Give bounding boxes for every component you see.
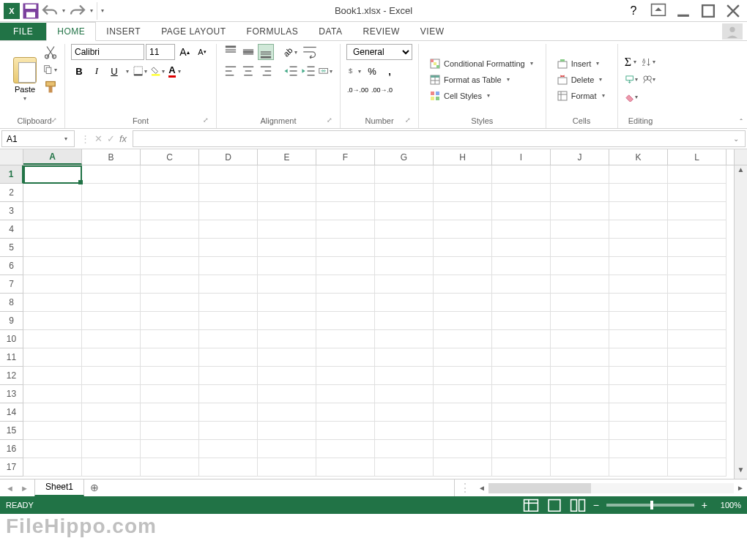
cell-A15[interactable] (23, 422, 82, 440)
row-header-14[interactable]: 14 (0, 403, 23, 422)
cell-I15[interactable] (492, 422, 551, 440)
cell-D10[interactable] (199, 330, 258, 348)
cell-H9[interactable] (434, 312, 492, 330)
font-name-select[interactable] (71, 44, 144, 60)
cell-J8[interactable] (551, 294, 609, 312)
cell-L8[interactable] (668, 294, 726, 312)
number-format-select[interactable]: General (346, 44, 412, 60)
cell-E13[interactable] (258, 385, 316, 403)
cell-E5[interactable] (258, 239, 316, 257)
cell-L6[interactable] (668, 257, 726, 275)
redo-dropdown[interactable]: ▾ (88, 2, 95, 20)
format-as-table-button[interactable]: Format as Table▾ (425, 72, 540, 87)
col-header-C[interactable]: C (141, 149, 199, 165)
increase-indent-icon[interactable] (300, 63, 316, 79)
cell-C15[interactable] (141, 422, 199, 440)
cell-D8[interactable] (199, 294, 258, 312)
vertical-scrollbar[interactable]: ▲ ▼ (734, 165, 747, 479)
cell-L3[interactable] (668, 202, 726, 220)
cell-D13[interactable] (199, 385, 258, 403)
row-header-11[interactable]: 11 (0, 348, 23, 367)
cell-J14[interactable] (551, 403, 609, 422)
select-all-button[interactable] (0, 149, 23, 165)
col-header-I[interactable]: I (492, 149, 551, 165)
cell-C1[interactable] (141, 165, 199, 184)
row-header-3[interactable]: 3 (0, 202, 23, 220)
cell-K14[interactable] (609, 403, 668, 422)
cell-C2[interactable] (141, 184, 199, 202)
cell-K7[interactable] (609, 275, 668, 294)
cell-A5[interactable] (23, 239, 82, 257)
row-header-16[interactable]: 16 (0, 440, 23, 458)
cell-F17[interactable] (316, 458, 375, 477)
col-header-G[interactable]: G (375, 149, 434, 165)
col-header-J[interactable]: J (551, 149, 609, 165)
cell-G5[interactable] (375, 239, 434, 257)
delete-cells-button[interactable]: Delete▾ (552, 72, 612, 87)
cell-J11[interactable] (551, 348, 609, 367)
tab-file[interactable]: FILE (0, 23, 46, 40)
fx-icon[interactable]: fx (119, 133, 127, 144)
row-header-1[interactable]: 1 (0, 165, 23, 184)
excel-icon[interactable]: X (3, 2, 21, 20)
cell-I11[interactable] (492, 348, 551, 367)
col-header-K[interactable]: K (609, 149, 668, 165)
cell-B16[interactable] (82, 440, 141, 458)
cell-J9[interactable] (551, 312, 609, 330)
cell-A8[interactable] (23, 294, 82, 312)
cell-B11[interactable] (82, 348, 141, 367)
cell-E8[interactable] (258, 294, 316, 312)
minimize-icon[interactable] (675, 4, 691, 18)
cell-F14[interactable] (316, 403, 375, 422)
cell-H16[interactable] (434, 440, 492, 458)
cell-G4[interactable] (375, 220, 434, 239)
cell-B9[interactable] (82, 312, 141, 330)
cell-F9[interactable] (316, 312, 375, 330)
undo-icon[interactable] (41, 2, 59, 20)
clear-icon[interactable]: ▾ (624, 89, 640, 105)
merge-center-icon[interactable]: ▾ (318, 63, 334, 79)
orientation-icon[interactable]: ab▾ (283, 44, 300, 60)
fill-color-icon[interactable]: ▾ (150, 63, 166, 79)
cell-K2[interactable] (609, 184, 668, 202)
cell-H17[interactable] (434, 458, 492, 477)
cell-B7[interactable] (82, 275, 141, 294)
scroll-left-icon[interactable]: ◄ (475, 484, 488, 492)
cell-B2[interactable] (82, 184, 141, 202)
cell-H13[interactable] (434, 385, 492, 403)
wrap-text-icon[interactable] (302, 44, 318, 60)
row-header-7[interactable]: 7 (0, 275, 23, 294)
cell-J12[interactable] (551, 367, 609, 385)
cell-H2[interactable] (434, 184, 492, 202)
cell-B17[interactable] (82, 458, 141, 477)
cell-K11[interactable] (609, 348, 668, 367)
zoom-slider[interactable] (606, 504, 694, 507)
cell-D2[interactable] (199, 184, 258, 202)
cell-I9[interactable] (492, 312, 551, 330)
cell-J1[interactable] (551, 165, 609, 184)
cell-A3[interactable] (23, 202, 82, 220)
cell-I17[interactable] (492, 458, 551, 477)
italic-button[interactable]: I (89, 63, 105, 79)
row-header-2[interactable]: 2 (0, 184, 23, 202)
cell-D6[interactable] (199, 257, 258, 275)
accounting-format-icon[interactable]: $▾ (346, 63, 363, 79)
cell-H11[interactable] (434, 348, 492, 367)
col-header-D[interactable]: D (199, 149, 258, 165)
fill-icon[interactable]: ▾ (624, 72, 640, 88)
align-middle-icon[interactable] (240, 44, 256, 60)
cell-F15[interactable] (316, 422, 375, 440)
cell-K13[interactable] (609, 385, 668, 403)
comma-format-icon[interactable]: , (382, 63, 398, 79)
name-box-dropdown-icon[interactable]: ▾ (62, 135, 70, 142)
paste-button[interactable]: Paste ▾ (10, 44, 40, 115)
cell-D7[interactable] (199, 275, 258, 294)
page-layout-view-icon[interactable] (546, 499, 562, 512)
cell-J17[interactable] (551, 458, 609, 477)
cell-E16[interactable] (258, 440, 316, 458)
col-header-B[interactable]: B (82, 149, 141, 165)
cell-L7[interactable] (668, 275, 726, 294)
cell-G2[interactable] (375, 184, 434, 202)
row-header-17[interactable]: 17 (0, 458, 23, 477)
cut-icon[interactable] (42, 44, 59, 60)
